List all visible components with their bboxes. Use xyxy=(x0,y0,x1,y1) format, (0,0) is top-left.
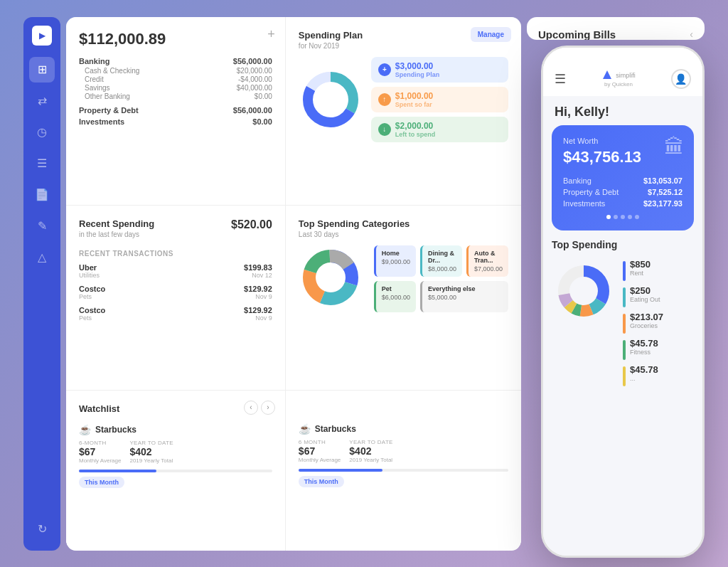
spending-spent-amount: $1,000.00 xyxy=(395,91,433,101)
sixmonth-value-2: $67 xyxy=(299,445,341,457)
other-value: $0.00 xyxy=(255,92,272,100)
this-month-button-1[interactable]: This Month xyxy=(79,477,124,488)
groceries-bar xyxy=(623,314,626,334)
sixmonth-value-1: $67 xyxy=(79,446,121,457)
recent-spending-subtitle: in the last few days xyxy=(79,230,272,238)
hamburger-icon[interactable]: ☰ xyxy=(555,71,566,87)
credit-value: -$4,000.00 xyxy=(238,75,272,83)
manage-button[interactable]: Manage xyxy=(471,27,511,42)
cat-auto: Auto & Tran... $7,000.00 xyxy=(466,245,508,277)
sidebar-item-transfer[interactable]: ⇄ xyxy=(29,88,55,114)
dashboard-panel: + $112,000.89 Banking $56,000.00 Cash & … xyxy=(66,17,521,551)
dot-4[interactable] xyxy=(628,215,632,219)
watchlist-bar-1 xyxy=(79,470,272,472)
spending-plan-donut xyxy=(299,68,363,132)
ytd-label-2: YEAR TO DATE xyxy=(349,439,392,445)
spending-plan-content: + $3,000.00 Spending Plan ↑ $1,000.00 Sp… xyxy=(299,57,508,142)
dot-2[interactable] xyxy=(614,215,618,219)
sixmonth-label-2: 6 MONTH xyxy=(299,439,341,445)
eating-out-bar xyxy=(623,287,626,307)
spending-spent-desc: Spent so far xyxy=(395,101,433,108)
transaction-costco-1: Costco Pets $129.92 Nov 9 xyxy=(79,285,272,300)
carousel-dots xyxy=(563,215,682,219)
spending-item-spent: ↑ $1,000.00 Spent so far xyxy=(371,87,508,112)
spending-spent-icon: ↑ xyxy=(378,93,391,106)
watchlist-nav: ‹ › xyxy=(244,401,275,415)
net-worth-total: $112,000.89 xyxy=(79,30,272,48)
mobile-investments-value: $23,177.93 xyxy=(643,199,682,208)
logo-text: simplifi xyxy=(616,72,636,79)
savings-label: Savings xyxy=(85,84,110,92)
sidebar-refresh-button[interactable]: ↻ xyxy=(29,516,55,542)
phone-content: ☰ simplifi by Quicken 👤 Hi, Kelly! xyxy=(543,48,702,556)
banking-value: $56,000.00 xyxy=(233,57,272,65)
other-label: ... xyxy=(630,375,658,382)
transaction-costco1-date: Nov 9 xyxy=(244,293,272,300)
spending-list-eating-out: $250 Eating Out xyxy=(623,285,694,307)
watchlist-bar-fill-1 xyxy=(79,470,156,472)
recent-spending-amount: $520.00 xyxy=(231,218,272,231)
mobile-nw-row-property: Property & Debt $7,525.12 xyxy=(563,188,682,196)
spending-plan-subtitle: for Nov 2019 xyxy=(299,42,508,50)
property-label: Property & Debt xyxy=(79,106,139,115)
sidebar-item-dashboard[interactable]: ⊞ xyxy=(29,57,55,83)
spending-plan-icon: + xyxy=(378,63,391,76)
mobile-property-value: $7,525.12 xyxy=(648,188,682,196)
top-categories-card: Top Spending Categories Last 30 days Hom… xyxy=(285,205,521,390)
dot-5[interactable] xyxy=(635,215,639,219)
sidebar-item-edit[interactable]: ✎ xyxy=(29,213,55,239)
mobile-banking-value: $13,053.07 xyxy=(643,176,682,185)
spending-list-groceries: $213.07 Groceries xyxy=(623,312,694,334)
coffee-icon-1: ☕ xyxy=(79,424,91,435)
rent-bar xyxy=(623,261,626,281)
transaction-costco2-date: Nov 9 xyxy=(244,314,272,322)
transaction-costco2-cat: Pets xyxy=(79,314,105,322)
phone-greeting: Hi, Kelly! xyxy=(543,96,702,125)
savings-value: $40,000.00 xyxy=(237,84,272,92)
dot-3[interactable] xyxy=(621,215,625,219)
transaction-costco2-name: Costco xyxy=(79,306,105,314)
mobile-investments-label: Investments xyxy=(563,199,605,208)
watchlist-item-1: ☕ Starbucks 6-month $67 Monthly Average … xyxy=(79,424,272,488)
this-month-button-2[interactable]: This Month xyxy=(299,476,344,487)
watchlist-prev-button[interactable]: ‹ xyxy=(244,401,258,415)
categories-content: Home $9,000.00 Dining & Dr... $8,000.00 … xyxy=(299,245,508,312)
groceries-amount: $213.07 xyxy=(630,312,663,322)
sidebar-item-bills[interactable]: ◷ xyxy=(29,120,55,145)
ytd-sub-2: 2019 Yearly Total xyxy=(349,457,392,463)
watchlist-next-button[interactable]: › xyxy=(261,401,275,415)
sixmonth-sub-1: Monthly Average xyxy=(79,457,121,464)
mobile-nw-row-investments: Investments $23,177.93 xyxy=(563,199,682,208)
phone-logo: simplifi by Quicken xyxy=(601,70,636,88)
user-avatar-icon[interactable]: 👤 xyxy=(671,69,691,89)
watchlist-bar-2 xyxy=(299,469,508,472)
fitness-label: Fitness xyxy=(630,349,658,356)
top-categories-subtitle: Last 30 days xyxy=(299,230,508,238)
investments-label: Investments xyxy=(79,117,124,126)
recent-transactions-label: Recent Transactions xyxy=(79,250,272,258)
upcoming-bills-panel: Upcoming Bills ‹ AMC Movie Pass $4.99 to… xyxy=(527,17,705,40)
spending-left-icon: ↓ xyxy=(378,123,391,136)
add-button[interactable]: + xyxy=(267,27,275,42)
sidebar-logo[interactable] xyxy=(32,26,52,46)
sidebar-item-reports[interactable]: 📄 xyxy=(29,182,55,208)
simplifi-logo-icon xyxy=(601,70,613,81)
cat-home: Home $9,000.00 xyxy=(374,245,416,277)
bills-nav-icon[interactable]: ‹ xyxy=(690,28,693,40)
sidebar-item-analytics[interactable]: △ xyxy=(29,245,55,270)
spending-items: + $3,000.00 Spending Plan ↑ $1,000.00 Sp… xyxy=(371,57,508,142)
cat-pet: Pet $6,000.00 xyxy=(374,281,416,312)
mobile-spending-donut xyxy=(552,259,616,323)
eating-out-label: Eating Out xyxy=(630,296,660,303)
dot-1[interactable] xyxy=(606,215,611,219)
transaction-costco-2: Costco Pets $129.92 Nov 9 xyxy=(79,306,272,322)
ytd-value-2: $402 xyxy=(349,445,392,457)
sidebar-item-transactions[interactable]: ☰ xyxy=(29,151,55,176)
top-categories-title: Top Spending Categories xyxy=(299,218,508,229)
transaction-costco2-amount: $129.92 xyxy=(244,306,272,314)
mobile-property-label: Property & Debt xyxy=(563,188,619,196)
phone-notch xyxy=(594,48,651,63)
mobile-spending-list: $850 Rent $250 Eating Out xyxy=(623,259,694,386)
watchlist-card-1: Watchlist ‹ › ☕ Starbucks 6-month $67 Mo… xyxy=(66,390,285,551)
mobile-nw-label: Net Worth xyxy=(563,137,682,145)
